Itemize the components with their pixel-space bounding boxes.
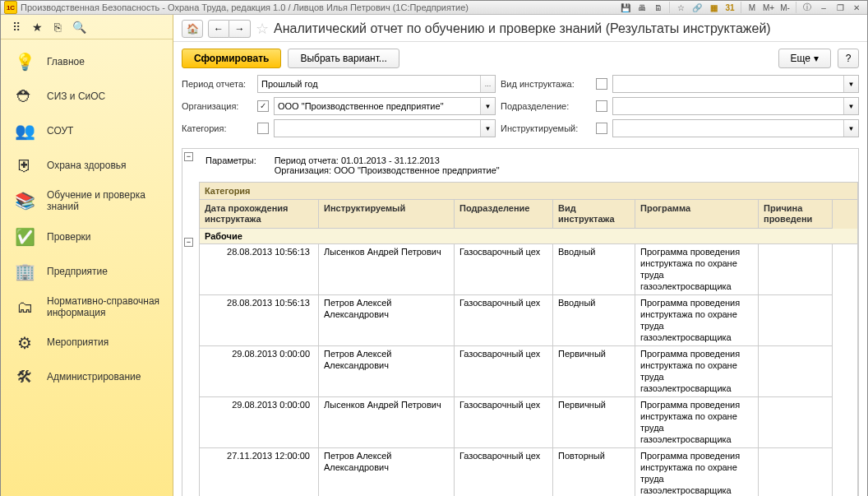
sidebar-item-health[interactable]: ⛨Охрана здоровья [1, 148, 173, 183]
instr-checkbox[interactable] [596, 123, 607, 134]
cell-dept: Газосварочный цех [455, 295, 553, 346]
col-dept: Подразделение [455, 200, 553, 229]
table-row[interactable]: 28.08.2013 10:56:13Петров Алексей Алекса… [199, 295, 858, 346]
sidebar-item-training[interactable]: 📚Обучение и проверка знаний [1, 183, 173, 220]
cell-date: 27.11.2013 12:00:00 [200, 448, 319, 496]
sidebar-item-label: Главное [47, 56, 163, 67]
star-icon[interactable]: ★ [32, 21, 43, 34]
preview-icon[interactable]: 🗎 [651, 1, 666, 14]
type-checkbox[interactable] [596, 78, 607, 90]
dropdown-icon[interactable]: ▼ [843, 76, 858, 92]
page-header: 🏠 ← → ☆ Аналитический отчет по обучению … [173, 15, 867, 42]
period-input[interactable]: Прошлый год… [257, 75, 496, 93]
cell-person: Петров Алексей Александрович [319, 346, 455, 397]
cell-person: Петров Алексей Александрович [319, 295, 455, 346]
org-label: Организация: [182, 101, 252, 111]
calendar-icon[interactable]: 31 [723, 1, 737, 14]
sidebar-item-label: СОУТ [47, 125, 163, 137]
books-icon: 📚 [11, 190, 39, 211]
params-line2: Организация: ООО "Производственное предп… [275, 165, 500, 175]
dept-checkbox[interactable] [596, 100, 607, 112]
category-header: Категория [199, 182, 858, 200]
table-row[interactable]: 29.08.2013 0:00:00Лысенков Андрей Петров… [199, 397, 858, 448]
sidebar-item-sout[interactable]: 👥СОУТ [1, 114, 173, 148]
instr-input[interactable]: ▼ [612, 119, 859, 137]
dept-input[interactable]: ▼ [612, 97, 859, 115]
minimize-icon[interactable]: – [816, 1, 831, 14]
col-program: Программа [635, 200, 759, 229]
org-checkbox[interactable] [257, 100, 269, 112]
maximize-icon[interactable]: ❐ [833, 1, 847, 14]
table-row[interactable]: 28.08.2013 10:56:13Лысенков Андрей Петро… [199, 244, 858, 295]
sidebar-item-label: Мероприятия [47, 336, 163, 348]
params-label: Параметры: [205, 155, 256, 165]
period-value: Прошлый год [261, 79, 318, 89]
cell-program: Программа проведения инструктажа по охра… [635, 397, 759, 448]
calc-icon[interactable]: ▦ [706, 1, 721, 14]
save-icon[interactable]: 💾 [618, 1, 633, 14]
cell-reason [759, 448, 833, 496]
collapse-toggle[interactable]: − [184, 152, 193, 161]
search-icon[interactable]: 🔍 [72, 21, 86, 34]
dropdown-icon[interactable]: ▼ [480, 98, 495, 114]
cell-type: Первичный [553, 346, 635, 397]
sidebar-item-admin[interactable]: 🛠Администрирование [1, 360, 173, 395]
body: ⠿ ★ ⎘ 🔍 💡Главное ⛑СИЗ и СиОС 👥СОУТ ⛨Охра… [1, 15, 867, 496]
ellipsis-icon[interactable]: … [480, 76, 495, 92]
filter-row-2: Организация: ООО "Производственное предп… [182, 97, 859, 115]
table-row[interactable]: 29.08.2013 0:00:00Петров Алексей Алексан… [199, 346, 858, 397]
print-icon[interactable]: 🖶 [635, 1, 649, 14]
report-area[interactable]: − Параметры: Период отчета: 01.01.2013 -… [182, 148, 859, 496]
cell-date: 29.08.2013 0:00:00 [200, 397, 319, 448]
params-line1: Период отчета: 01.01.2013 - 31.12.2013 [275, 155, 500, 165]
cell-date: 28.08.2013 10:56:13 [200, 295, 319, 346]
sidebar-item-events[interactable]: ⚙Мероприятия [1, 326, 173, 360]
m-minus-icon[interactable]: M- [778, 1, 792, 14]
table-row[interactable]: 27.11.2013 12:00:00Петров Алексей Алекса… [199, 448, 858, 496]
helmet-icon: ⛑ [11, 86, 39, 107]
choose-variant-button[interactable]: Выбрать вариант... [288, 49, 399, 68]
org-input[interactable]: ООО "Производственное предприятие"▼ [274, 97, 496, 115]
back-button[interactable]: ← [208, 20, 229, 38]
info-icon[interactable]: ⓘ [800, 1, 815, 14]
more-button[interactable]: Еще▾ [778, 49, 831, 68]
sidebar-item-label: Обучение и проверка знаний [47, 189, 163, 213]
report-params: Параметры: Период отчета: 01.01.2013 - 3… [199, 149, 858, 182]
link-icon[interactable]: 🔗 [690, 1, 704, 14]
toolbar: Сформировать Выбрать вариант... Еще▾ ? [173, 42, 867, 75]
cell-person: Лысенков Андрей Петрович [319, 397, 455, 448]
cell-program: Программа проведения инструктажа по охра… [635, 448, 759, 496]
forward-button[interactable]: → [229, 20, 251, 38]
home-button[interactable]: 🏠 [182, 20, 203, 38]
page-title: Аналитический отчет по обучению и провер… [274, 21, 859, 36]
dropdown-icon[interactable]: ▼ [843, 98, 858, 114]
m-plus-icon[interactable]: M+ [761, 1, 776, 14]
sidebar-item-enterprise[interactable]: 🏢Предприятие [1, 254, 173, 289]
close-icon[interactable]: ✕ [849, 1, 864, 14]
cat-checkbox[interactable] [257, 123, 269, 134]
sidebar-item-nsi[interactable]: 🗂Нормативно-справочная информация [1, 289, 173, 326]
type-input[interactable]: ▼ [612, 75, 859, 93]
sidebar-item-siz[interactable]: ⛑СИЗ и СиОС [1, 79, 173, 114]
cat-input[interactable]: ▼ [274, 119, 496, 137]
generate-button[interactable]: Сформировать [182, 49, 281, 68]
menu-grid-icon[interactable]: ⠿ [12, 21, 21, 34]
help-button[interactable]: ? [838, 49, 859, 68]
nav-back-forward: ← → [208, 20, 251, 38]
folders-icon: 🗂 [11, 296, 39, 318]
history-icon[interactable]: ⎘ [54, 21, 61, 34]
instr-label: Инструктируемый: [501, 123, 591, 133]
dropdown-icon[interactable]: ▼ [843, 120, 858, 137]
cell-person: Лысенков Андрей Петрович [319, 244, 455, 295]
dropdown-icon[interactable]: ▼ [480, 120, 495, 137]
sidebar-item-checks[interactable]: ✅Проверки [1, 220, 173, 254]
window-title: Производственная Безопасность - Охрана Т… [21, 2, 618, 12]
sidebar-item-main[interactable]: 💡Главное [1, 44, 173, 79]
collapse-toggle[interactable]: − [184, 238, 193, 247]
favorite-toggle[interactable]: ☆ [256, 20, 269, 38]
dept-label: Подразделение: [501, 101, 591, 111]
col-date: Дата прохождения инструктажа [200, 200, 319, 229]
cell-date: 29.08.2013 0:00:00 [200, 346, 319, 397]
m-icon[interactable]: M [745, 1, 760, 14]
favorite-icon[interactable]: ☆ [673, 1, 688, 14]
